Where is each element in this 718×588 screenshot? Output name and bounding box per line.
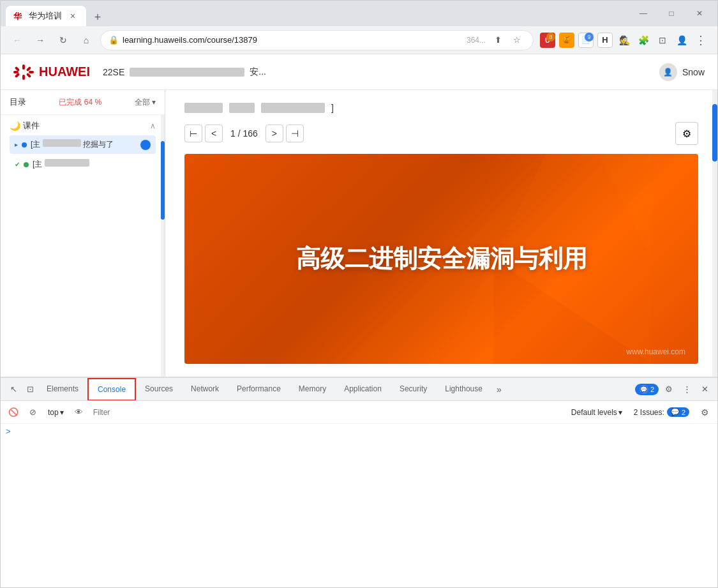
tab-security-label: Security [400, 384, 427, 393]
devtools-settings-button[interactable]: ⚙ [661, 382, 677, 397]
first-page-button[interactable]: ⊢ [184, 124, 202, 142]
tab-memory[interactable]: Memory [290, 378, 335, 401]
settings-gear-icon: ⚙ [682, 128, 691, 140]
devtools-more-tabs-button[interactable]: » [491, 384, 507, 395]
console-content: > [1, 424, 717, 587]
url-text: learning.huaweils.com/course/13879 [123, 35, 463, 45]
section-title-text: 课件 [23, 120, 40, 132]
console-settings-button[interactable]: ⚙ [697, 405, 712, 420]
item1-dot [22, 142, 27, 147]
tab-application-label: Application [344, 384, 382, 393]
h-icon: H [597, 33, 613, 48]
home-button[interactable]: ⌂ [77, 31, 95, 49]
forward-icon: → [36, 35, 45, 45]
issues-count-badge: 💬 2 [667, 407, 689, 417]
viewer-scrollbar-thumb[interactable] [712, 104, 717, 162]
bookmark-icon[interactable]: ☆ [509, 32, 525, 49]
puzzle-extension[interactable]: 🧩 [634, 31, 652, 49]
tab-sources[interactable]: Sources [136, 378, 182, 401]
split-extension[interactable]: ⊡ [654, 31, 671, 49]
svg-rect-3 [29, 71, 34, 73]
more-icon: ⋮ [695, 33, 707, 47]
tab-console[interactable]: Console [87, 378, 136, 401]
item1-expand-icon: ▸ [15, 141, 18, 148]
devtools-actions: 💬 2 ⚙ ⋮ ✕ [635, 382, 712, 397]
refresh-button[interactable]: ↻ [54, 31, 72, 49]
tab-security[interactable]: Security [391, 378, 436, 401]
maximize-button[interactable]: □ [659, 3, 684, 24]
svg-rect-5 [26, 66, 31, 71]
h-extension[interactable]: H [596, 31, 614, 49]
user-avatar[interactable]: 👤 [673, 31, 691, 49]
slide-container: 高级二进制安全漏洞与利用 www.huawei.com [184, 154, 698, 364]
toolbar-extensions: U 8 🍯 📄 9 H 🕵 🧩 ⊡ 👤 [539, 31, 710, 49]
tab-lighthouse[interactable]: Lighthouse [436, 378, 491, 401]
more-menu-button[interactable]: ⋮ [692, 31, 710, 49]
sidebar-items: ▸ [主 挖掘与了 [10, 135, 156, 174]
svg-rect-4 [15, 66, 20, 71]
devtools-cursor-icon[interactable]: ↖ [6, 382, 21, 397]
new-tab-button[interactable]: + [89, 8, 107, 26]
forward-button[interactable]: → [31, 31, 49, 49]
prev-page-button[interactable]: < [205, 124, 223, 142]
last-page-button[interactable]: ⊣ [286, 124, 304, 142]
clear-console-button[interactable]: 🚫 [6, 405, 21, 420]
console-context-selector[interactable]: top ▾ [44, 407, 68, 418]
sidebar-item-2[interactable]: ✔ [主 [10, 155, 156, 174]
sidebar-all[interactable]: 全部 ▾ [135, 97, 156, 108]
tab-application[interactable]: Application [335, 378, 391, 401]
sidebar-scroll-thumb[interactable] [161, 141, 165, 220]
url-bar[interactable]: 🔒 learning.huaweils.com/course/13879 364… [100, 30, 534, 50]
close-button[interactable]: ✕ [687, 3, 712, 24]
slide-watermark: www.huawei.com [626, 347, 685, 356]
devtools-close-button[interactable]: ✕ [697, 382, 712, 397]
refresh-icon: ↻ [59, 35, 67, 45]
browser-window: 华 华为培训 × + — □ ✕ ← → ↻ ⌂ 🔒 learning.huaw… [0, 0, 718, 588]
tab-console-label: Console [98, 385, 126, 394]
ublock-badge: 8 [546, 33, 555, 41]
course-viewer: ] ⊢ < 1 / 166 > ⊣ ⚙ [165, 90, 717, 377]
devtools-device-icon[interactable]: ⊡ [22, 382, 38, 397]
active-tab[interactable]: 华 华为培训 × [6, 6, 86, 26]
tab-performance[interactable]: Performance [228, 378, 290, 401]
issues-badge[interactable]: 💬 2 [635, 384, 659, 395]
item2-expand-icon: ✔ [15, 161, 20, 168]
default-levels-dropdown[interactable]: Default levels ▾ [567, 407, 626, 418]
ublock-extension[interactable]: U 8 [539, 31, 557, 49]
tab-close-button[interactable]: × [67, 10, 79, 22]
course-title-blurred [130, 68, 244, 77]
url-truncated: 364... [467, 36, 486, 45]
issues-count: 2 [650, 386, 654, 393]
current-page: 1 [230, 128, 236, 139]
share-icon[interactable]: ⬆ [490, 32, 506, 49]
devtools-tool-icons: ↖ ⊡ [6, 382, 38, 397]
section-chevron-icon[interactable]: ∧ [150, 121, 156, 130]
viewer-settings-button[interactable]: ⚙ [675, 122, 698, 145]
minimize-button[interactable]: — [631, 3, 656, 24]
next-page-button[interactable]: > [266, 124, 283, 142]
devtools-more-button[interactable]: ⋮ [679, 382, 694, 397]
item1-text: [主 挖掘与了 [31, 139, 137, 150]
console-filter-input[interactable] [91, 405, 564, 420]
back-button[interactable]: ← [8, 31, 26, 49]
url-actions: ⬆ ☆ [490, 32, 525, 49]
tab-bar: 华 华为培训 × + [6, 1, 625, 26]
devtools-panel: ↖ ⊡ Elements Console Sources Network Per… [1, 377, 717, 587]
page-content: HUAWEI 22SE 安... 👤 Snow [1, 54, 717, 377]
tab-elements[interactable]: Elements [38, 378, 87, 401]
spy-extension[interactable]: 🕵 [615, 31, 633, 49]
read-extension[interactable]: 📄 9 [577, 31, 595, 49]
user-name: Snow [682, 67, 705, 77]
issues-count-label: 2 [682, 409, 685, 416]
sidebar-item-1[interactable]: ▸ [主 挖掘与了 [10, 135, 156, 154]
tab-network[interactable]: Network [182, 378, 228, 401]
honey-extension[interactable]: 🍯 [558, 31, 576, 49]
user-avatar-header: 👤 [659, 63, 677, 81]
pause-console-button[interactable]: ⊘ [25, 405, 40, 420]
address-bar: ← → ↻ ⌂ 🔒 learning.huaweils.com/course/1… [1, 26, 717, 54]
default-levels-label: Default levels [571, 408, 617, 417]
issues-text: 2 Issues: [634, 408, 664, 417]
console-issues[interactable]: 2 Issues: 💬 2 [630, 406, 693, 418]
huawei-logo-svg [13, 64, 34, 80]
console-eye-button[interactable]: 👁 [71, 405, 87, 420]
